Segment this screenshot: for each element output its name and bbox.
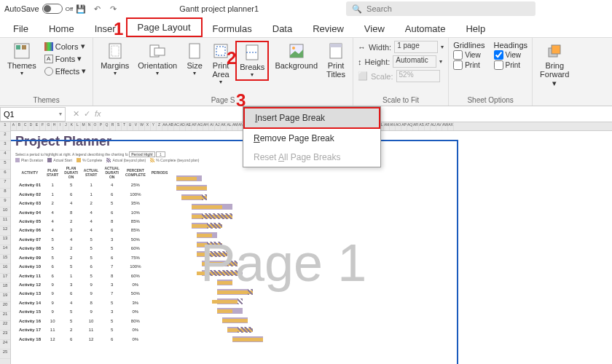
- svg-rect-6: [154, 48, 165, 55]
- search-box[interactable]: 🔍 Search: [346, 1, 536, 16]
- filename: Gantt project planner1: [179, 4, 259, 13]
- autosave-label: AutoSave: [4, 4, 39, 13]
- svg-rect-15: [330, 44, 342, 47]
- page-break-top: [11, 140, 458, 141]
- svg-rect-17: [552, 45, 560, 54]
- tab-home[interactable]: Home: [39, 20, 85, 37]
- height-icon: ↕: [358, 58, 362, 66]
- breaks-icon: [243, 44, 261, 61]
- chevron-down-icon: ▾: [20, 70, 23, 76]
- scale-icon: ⬜: [358, 71, 368, 81]
- svg-point-13: [292, 47, 295, 50]
- effects-button[interactable]: Effects ▾: [42, 66, 88, 76]
- tab-help[interactable]: Help: [455, 20, 495, 37]
- themes-button[interactable]: Themes ▾: [4, 41, 39, 78]
- autosave-toggle[interactable]: AutoSave Off: [4, 4, 73, 14]
- search-icon: 🔍: [352, 4, 362, 14]
- pagesetup-group-label: Page S: [98, 95, 348, 104]
- themes-label: Themes: [7, 61, 36, 70]
- enter-icon[interactable]: ✓: [84, 109, 90, 119]
- fonts-icon: A: [44, 55, 53, 63]
- headings-print-check[interactable]: [494, 60, 503, 70]
- bring-forward-button[interactable]: Bring Forward ▾: [537, 41, 572, 90]
- group-sheet-options: Gridlines View Print Headings View Print…: [449, 38, 533, 106]
- margins-button[interactable]: Margins▾: [98, 41, 132, 78]
- bring-forward-icon: [546, 42, 563, 60]
- gridlines-view-check[interactable]: [453, 50, 463, 60]
- breaks-button[interactable]: Breaks▾: [235, 41, 269, 81]
- margins-icon: [106, 42, 124, 60]
- width-select[interactable]: 1 page: [394, 41, 438, 53]
- themes-group-label: Themes: [4, 95, 88, 104]
- tab-review[interactable]: Review: [302, 20, 354, 37]
- ribbon-tabs: File Home Inser Page Layout Formulas Dat…: [0, 17, 612, 38]
- headings-label: Headings: [494, 41, 527, 50]
- gridlines-print-check[interactable]: [453, 60, 463, 70]
- search-placeholder: Search: [366, 4, 392, 13]
- tab-file[interactable]: File: [3, 20, 39, 37]
- tab-insert[interactable]: Inser: [85, 20, 126, 37]
- gantt-chart: [171, 164, 612, 344]
- fonts-button[interactable]: AFonts ▾: [42, 53, 88, 64]
- height-select[interactable]: Automatic: [393, 55, 436, 68]
- tab-automate[interactable]: Automate: [395, 20, 456, 37]
- chevron-down-icon: ▾: [251, 71, 254, 78]
- redo-icon[interactable]: ↷: [107, 3, 119, 15]
- background-button[interactable]: Background: [272, 41, 321, 71]
- svg-rect-1: [16, 45, 20, 50]
- colors-button[interactable]: Colors ▾: [42, 41, 88, 52]
- sheetoptions-group-label: Sheet Options: [453, 95, 527, 104]
- title-bar: AutoSave Off 💾 ↶ ↷ Gantt project planner…: [0, 0, 612, 17]
- gridlines-label: Gridlines: [453, 41, 484, 50]
- group-arrange: Bring Forward ▾: [533, 38, 576, 106]
- tab-view[interactable]: View: [354, 20, 395, 37]
- themes-icon: [13, 42, 31, 60]
- width-icon: ↔: [358, 43, 366, 52]
- tab-formulas[interactable]: Formulas: [203, 20, 262, 37]
- fx-icon[interactable]: fx: [95, 109, 101, 119]
- print-titles-button[interactable]: Print Titles: [323, 41, 348, 80]
- svg-rect-2: [22, 45, 26, 50]
- group-page-setup: Margins▾ Orientation▾ Size▾ Print Area▾ …: [93, 38, 353, 106]
- group-themes: Themes ▾ Colors ▾ AFonts ▾ Effects ▾ The…: [0, 38, 93, 106]
- row-headers: 1234567891011121314151617181920212223242…: [0, 122, 11, 364]
- print-area-button[interactable]: Print Area▾: [209, 41, 232, 87]
- data-table: ACTIVITYPLAN STARTPLAN DURATI ONACTUAL S…: [15, 164, 171, 344]
- insert-page-break[interactable]: Insert Page Break: [243, 107, 380, 129]
- size-button[interactable]: Size▾: [183, 41, 206, 78]
- orientation-icon: [149, 42, 166, 60]
- svg-rect-7: [189, 44, 200, 58]
- size-icon: [186, 42, 203, 60]
- save-icon[interactable]: 💾: [75, 3, 87, 15]
- print-area-icon: [212, 42, 230, 60]
- colors-icon: [44, 42, 53, 51]
- reset-page-breaks: Reset All Page Breaks: [243, 148, 380, 167]
- scale-input: 52%: [396, 70, 440, 82]
- ribbon: Themes ▾ Colors ▾ AFonts ▾ Effects ▾ The…: [0, 38, 612, 106]
- print-titles-icon: [327, 42, 345, 60]
- tab-page-layout[interactable]: Page Layout: [126, 17, 203, 37]
- toggle-switch[interactable]: [42, 4, 63, 14]
- background-icon: [288, 42, 305, 60]
- undo-icon[interactable]: ↶: [91, 3, 103, 15]
- autosave-state: Off: [66, 6, 74, 12]
- scale-group-label: Scale to Fit: [358, 95, 444, 104]
- group-scale-to-fit: ↔Width:1 page▾ ↕Height:Automatic▾ ⬜Scale…: [353, 38, 449, 106]
- breaks-dropdown: Insert Page Break Remove Page Break Rese…: [243, 106, 381, 167]
- tab-data[interactable]: Data: [262, 20, 302, 37]
- cancel-icon[interactable]: ✕: [73, 109, 79, 119]
- name-box[interactable]: Q1▾: [0, 107, 66, 122]
- orientation-button[interactable]: Orientation▾: [135, 41, 180, 78]
- remove-page-break[interactable]: Remove Page Break: [243, 129, 380, 148]
- effects-icon: [44, 67, 53, 76]
- headings-view-check[interactable]: [494, 50, 503, 60]
